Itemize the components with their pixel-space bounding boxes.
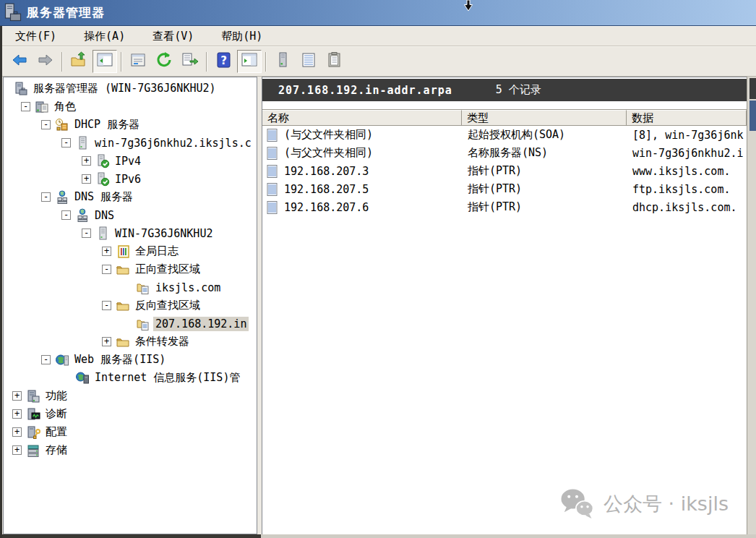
tree-item-label[interactable]: iksjls.com [153, 281, 223, 295]
zone-icon [136, 281, 150, 295]
expand-box-icon[interactable]: + [82, 174, 91, 184]
record-name: (与父文件夹相同) [284, 146, 373, 160]
record-data-cell: www.iksjls.com. [627, 165, 747, 178]
expand-box-icon[interactable]: + [12, 427, 22, 437]
collapse-box-icon[interactable]: - [41, 355, 51, 364]
expand-box-icon[interactable]: + [12, 445, 22, 455]
tree-item-2: -DHCP 服务器 [4, 116, 257, 134]
tree-item-label[interactable]: IPv4 [113, 154, 143, 168]
column-header-2[interactable]: 数据 [627, 110, 747, 126]
tree-item-label[interactable]: Internet 信息服务(IIS)管 [93, 370, 242, 385]
action-pane-icon [241, 51, 258, 72]
record-row-0[interactable]: (与父文件夹相同)起始授权机构(SOA)[8], win-7g36j6nk [262, 126, 747, 144]
record-row-2[interactable]: 192.168.207.3指针(PTR)www.iksjls.com. [262, 162, 747, 180]
column-header-0[interactable]: 名称 [262, 110, 462, 126]
roles-icon [35, 100, 49, 114]
tree-item-16: Internet 信息服务(IIS)管 [4, 369, 257, 387]
collapse-box-icon[interactable]: - [82, 229, 91, 238]
tree-item-label[interactable]: 条件转发器 [133, 334, 192, 349]
tree-item-label[interactable]: 存储 [43, 443, 69, 458]
svg-text:?: ? [220, 54, 227, 67]
dhcp-server-icon [55, 118, 69, 132]
column-header-1[interactable]: 类型 [462, 110, 627, 126]
expand-box-icon[interactable]: + [82, 156, 91, 166]
tree-item-label[interactable]: Web 服务器(IIS) [72, 352, 168, 367]
console-tree-panel: 服务器管理器 (WIN-7G36J6NKHU2)-角色-DHCP 服务器-win… [3, 77, 257, 534]
tree-item-5: +IPv6 [4, 170, 257, 188]
folder-icon [116, 335, 130, 349]
expand-box-icon[interactable]: + [12, 391, 22, 401]
dns-server-icon [75, 208, 90, 223]
tree-item-label[interactable]: 反向查找区域 [133, 298, 202, 313]
actions-pane-sliver-accent [749, 101, 756, 131]
record-type-cell: 指针(PTR) [462, 182, 627, 196]
window-title: 服务器管理器 [27, 4, 105, 21]
tree-item-label[interactable]: DHCP 服务器 [72, 117, 142, 132]
tree-item-20: +存储 [4, 441, 257, 459]
record-row-1[interactable]: (与父文件夹相同)名称服务器(NS)win-7g36j6nkhu2.i [262, 144, 747, 162]
tree-item-label[interactable]: 正向查找区域 [133, 262, 202, 277]
forward-button[interactable] [33, 50, 58, 73]
record-row-3[interactable]: 192.168.207.5指针(PTR)ftp.iksjls.com. [262, 180, 747, 198]
title-bar[interactable]: 服务器管理器 [0, 0, 756, 26]
global-logs-icon [116, 244, 130, 259]
tree-item-10: -正向查找区域 [4, 260, 257, 278]
menu-file[interactable]: 文件(F) [14, 28, 58, 45]
help-button[interactable]: ? [211, 50, 236, 73]
expand-box-icon[interactable]: + [102, 247, 111, 256]
tree-item-label[interactable]: IPv6 [113, 172, 143, 187]
menu-view[interactable]: 查看(V) [151, 28, 195, 45]
zone-header-bar: 207.168.192.in-addr.arpa 5 个记录 [262, 79, 747, 101]
show-action-pane-button[interactable] [237, 50, 262, 73]
show-console-tree-button[interactable] [93, 50, 117, 73]
help-icon: ? [215, 51, 232, 72]
tree-item-label[interactable]: 功能 [43, 388, 69, 404]
ip-check-icon [95, 172, 110, 187]
collapse-box-icon[interactable]: - [41, 120, 51, 129]
record-row-4[interactable]: 192.168.207.6指针(PTR)dhcp.iksjls.com. [262, 198, 747, 216]
record-data-cell: win-7g36j6nkhu2.i [627, 147, 747, 160]
collapse-box-icon[interactable]: - [61, 138, 71, 148]
tree-item-label[interactable]: win-7g36j6nkhu2.iksjls.c [93, 136, 254, 150]
tree-item-label[interactable]: DNS 服务器 [72, 189, 135, 205]
details-panel: 207.168.192.in-addr.arpa 5 个记录 名称类型数据 (与… [262, 77, 747, 538]
watermark: 公众号 · iksjls [559, 488, 729, 519]
record-data-cell: dhcp.iksjls.com. [627, 201, 747, 214]
tree-item-label[interactable]: 诊断 [43, 406, 69, 422]
dns-record-icon [266, 164, 279, 179]
up-one-level-button[interactable] [66, 50, 91, 73]
collapse-box-icon[interactable]: - [102, 301, 111, 310]
tree-item-1: -角色 [4, 98, 257, 116]
properties-button[interactable] [126, 50, 150, 73]
tree-item-label[interactable]: 全局日志 [133, 244, 181, 259]
tree-item-label[interactable]: WIN-7G36J6NKHU2 [113, 226, 215, 241]
content-area: 服务器管理器 (WIN-7G36J6NKHU2)-角色-DHCP 服务器-win… [2, 77, 756, 538]
iis-manager-icon [75, 371, 90, 385]
menu-action[interactable]: 操作(A) [82, 28, 126, 45]
paste-tool-button[interactable] [322, 50, 347, 73]
tree-item-label[interactable]: 配置 [43, 424, 69, 440]
tree-item-label[interactable]: 207.168.192.in [153, 317, 249, 331]
export-list-button[interactable] [178, 50, 202, 73]
server-tool-button[interactable] [270, 50, 295, 73]
back-button[interactable] [7, 50, 32, 73]
tree-item-label[interactable]: DNS [93, 208, 116, 223]
collapse-box-icon[interactable]: - [102, 265, 111, 274]
collapse-box-icon[interactable]: - [21, 102, 30, 111]
tree-item-label[interactable]: 服务器管理器 (WIN-7G36J6NKHU2) [31, 81, 218, 96]
record-list-tool-button[interactable] [296, 50, 321, 73]
dns-server-icon [55, 190, 69, 205]
tree-item-14: +条件转发器 [4, 333, 257, 351]
tree-item-6: -DNS 服务器 [4, 188, 257, 206]
record-name-cell: (与父文件夹相同) [262, 128, 462, 142]
forward-icon [37, 51, 54, 72]
expand-box-icon[interactable]: + [102, 337, 111, 346]
collapse-box-icon[interactable]: - [61, 210, 71, 220]
menu-help[interactable]: 帮助(H) [220, 28, 264, 45]
collapse-box-icon[interactable]: - [41, 192, 51, 202]
refresh-button[interactable] [152, 50, 176, 73]
tree-item-label[interactable]: 角色 [52, 99, 78, 114]
dns-record-icon [266, 182, 279, 197]
expand-box-icon[interactable]: + [12, 409, 22, 419]
folder-up-icon [70, 51, 87, 72]
